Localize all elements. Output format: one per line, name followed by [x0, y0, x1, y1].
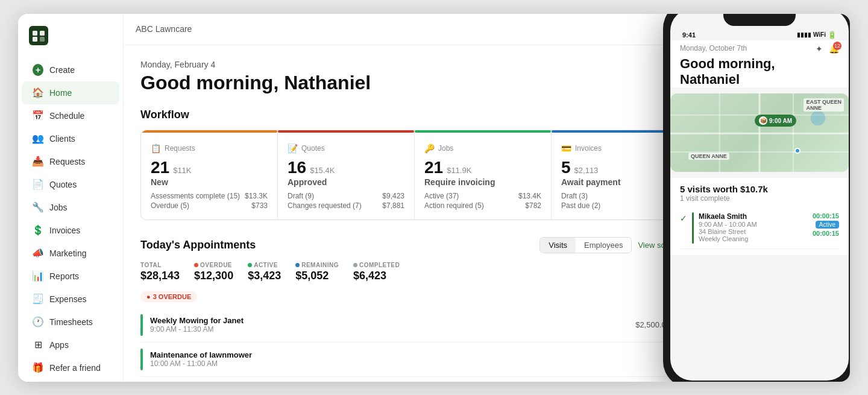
sidebar-item-invoices[interactable]: 💲 Invoices	[22, 219, 119, 242]
svg-rect-1	[33, 31, 37, 36]
sidebar-item-home[interactable]: 🏠 Home	[22, 81, 119, 104]
invoices-wf-icon: 💳	[561, 144, 571, 153]
workflow-title: Workflow	[140, 109, 688, 121]
sidebar-item-create[interactable]: + Create	[22, 58, 119, 81]
sidebar-item-timesheets[interactable]: 🕐 Timesheets	[22, 311, 119, 333]
phone-status-bar: 9:41 ▮▮▮▮ WiFi 🔋	[670, 27, 849, 40]
phone-map: EAST QUEENANNE QUEEN ANNE 📦 9:00 AM	[670, 93, 849, 172]
stat-total: TOTAL $28,143	[140, 262, 180, 282]
sidebar-item-reports[interactable]: 📊 Reports	[22, 265, 119, 288]
svg-point-11	[811, 111, 825, 125]
tab-visits[interactable]: Visits	[540, 238, 576, 253]
inbox-icon: 📥	[33, 156, 43, 167]
dollar-icon: 💲	[33, 225, 43, 236]
appointment-stats: TOTAL $28,143 OVERDUE $12,300 ACTIVE $3,…	[140, 262, 688, 282]
stat-completed: COMPLETED $6,423	[353, 262, 400, 282]
sidebar-item-refer[interactable]: 🎁 Refer a friend	[22, 356, 119, 379]
stat-remaining: REMAINING $5,052	[295, 262, 339, 282]
phone-appt-item[interactable]: ✓ Mikaela Smith 9:00 AM - 10:00 AM 34 Bl…	[680, 207, 839, 249]
tab-employees[interactable]: Employees	[576, 238, 631, 253]
sidebar-item-apps[interactable]: ⊞ Apps	[22, 333, 119, 356]
plus-icon: +	[33, 65, 43, 75]
map-pin: 📦 9:00 AM	[755, 115, 796, 127]
requests-wf-icon: 📋	[151, 144, 161, 153]
phone-visits-summary: 5 visits worth $10.7k 1 visit complete ✓…	[670, 178, 849, 255]
receipt-icon: 🧾	[33, 294, 43, 305]
appointments-title: Today's Appointments	[140, 239, 533, 251]
phone-mockup: 9:41 ▮▮▮▮ WiFi 🔋 Monday, October 7th ✦ 🔔	[663, 14, 850, 382]
svg-rect-4	[40, 37, 45, 42]
home-icon: 🏠	[33, 87, 43, 98]
workflow-card-requests[interactable]: 📋 Requests 21 $11K New Assessments compl…	[141, 130, 278, 220]
users-icon: 👥	[33, 133, 43, 144]
sidebar-item-schedule[interactable]: 📅 Schedule	[22, 104, 119, 127]
wrench-icon: 🔧	[33, 202, 43, 213]
sidebar: + Create 🏠 Home 📅 Schedule 👥 Clients 📥 R…	[18, 14, 124, 382]
date-label: Monday, February 4	[140, 60, 688, 69]
workflow-card-jobs[interactable]: 🔑 Jobs 21 $11.9K Require invoicing Activ…	[415, 130, 552, 220]
sidebar-item-marketing[interactable]: 📣 Marketing	[22, 242, 119, 265]
svg-rect-2	[40, 31, 45, 36]
sidebar-item-quotes[interactable]: 📄 Quotes	[22, 173, 119, 196]
workflow-card-quotes[interactable]: 📝 Quotes 16 $15.4K Approved Draft (9)$9,…	[278, 130, 415, 220]
phone-greeting: Good morning,Nathaniel	[680, 56, 839, 88]
appt-item[interactable]: Weekly Mowing for Janet 9:00 AM - 11:30 …	[140, 308, 688, 343]
check-icon: ✓	[680, 213, 687, 223]
calendar-icon: 📅	[33, 110, 43, 121]
sidebar-item-clients[interactable]: 👥 Clients	[22, 127, 119, 150]
company-name: ABC Lawncare	[136, 24, 192, 34]
phone-content: Monday, October 7th ✦ 🔔 12 Good morning,…	[670, 40, 849, 88]
sidebar-item-requests[interactable]: 📥 Requests	[22, 150, 119, 173]
gift-icon: 🎁	[33, 362, 43, 373]
jobs-wf-icon: 🔑	[424, 144, 435, 153]
appt-item[interactable]: Maintenance of lawnmower 10:00 AM - 11:0…	[140, 343, 688, 377]
overdue-badge: ● 3 OVERDUE	[140, 291, 197, 302]
tab-group: Visits Employees	[539, 237, 632, 253]
grid-icon: ⊞	[33, 340, 43, 350]
sidebar-item-jobs[interactable]: 🔧 Jobs	[22, 196, 119, 219]
appointments-header: Today's Appointments Visits Employees Vi…	[140, 237, 688, 253]
quotes-icon: 📄	[33, 179, 43, 190]
appointment-list: Weekly Mowing for Janet 9:00 AM - 11:30 …	[140, 308, 688, 377]
svg-rect-3	[33, 37, 37, 42]
svg-rect-0	[29, 26, 48, 45]
quotes-wf-icon: 📝	[288, 144, 298, 153]
chart-icon: 📊	[33, 271, 43, 282]
phone-settings-icon[interactable]: ✦	[816, 44, 823, 54]
workflow-cards: 📋 Requests 21 $11K New Assessments compl…	[140, 130, 688, 220]
stat-active: ACTIVE $3,423	[248, 262, 281, 282]
app-logo	[18, 24, 123, 58]
phone-notification-icon[interactable]: 🔔 12	[829, 44, 839, 54]
marketing-icon: 📣	[33, 248, 43, 259]
clock-icon: 🕐	[33, 317, 43, 327]
sidebar-item-expenses[interactable]: 🧾 Expenses	[22, 288, 119, 311]
stat-overdue: OVERDUE $12,300	[194, 262, 233, 282]
greeting: Good morning, Nathaniel	[140, 72, 688, 94]
left-panel: Monday, February 4 Good morning, Nathani…	[140, 60, 688, 367]
